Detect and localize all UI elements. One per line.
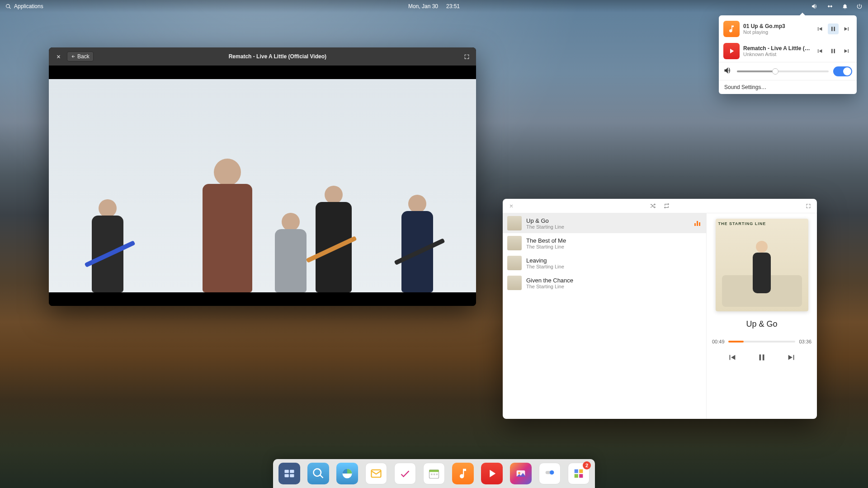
repeat-button[interactable] <box>662 201 672 211</box>
close-button[interactable] <box>506 201 516 211</box>
svg-rect-9 <box>434 474 435 475</box>
next-button[interactable] <box>787 352 797 364</box>
dock-settings[interactable] <box>539 463 561 484</box>
playlist-item[interactable]: The Best of Me The Starting Line <box>503 233 706 253</box>
dock-photos[interactable] <box>510 463 532 484</box>
fullscreen-button[interactable] <box>462 52 472 61</box>
track-thumb <box>507 256 522 270</box>
network-icon[interactable] <box>826 3 834 9</box>
track-artist: The Starting Line <box>526 224 690 230</box>
video-viewport[interactable] <box>49 66 476 306</box>
dock-browser[interactable] <box>336 463 358 484</box>
video-content <box>49 79 476 292</box>
dock-multitasking[interactable] <box>278 463 300 484</box>
next-button[interactable] <box>841 23 852 34</box>
video-player-window: Back Rematch - Live A Little (Official V… <box>49 47 476 306</box>
track-title: Leaving <box>526 257 702 264</box>
dock: 2 <box>273 459 595 488</box>
track-title: Up & Go <box>526 217 690 224</box>
track-title: The Best of Me <box>526 237 702 244</box>
video-app-icon <box>723 43 740 59</box>
album-cover-text: THE STARTING LINE <box>718 221 806 226</box>
pause-button[interactable] <box>828 23 839 34</box>
video-header: Back Rematch - Live A Little (Official V… <box>49 47 476 66</box>
applications-menu[interactable]: Applications <box>14 3 43 9</box>
svg-rect-8 <box>431 474 433 475</box>
panel-date[interactable]: Mon, Jan 30 <box>408 3 438 9</box>
volume-speaker-icon[interactable] <box>723 66 732 76</box>
track-artist: The Starting Line <box>526 244 702 249</box>
volume-slider[interactable] <box>737 70 829 72</box>
track-thumb <box>507 236 522 250</box>
svg-rect-7 <box>429 470 439 472</box>
pause-button[interactable] <box>828 46 839 56</box>
next-button[interactable] <box>841 46 852 56</box>
seek-slider[interactable] <box>728 341 796 343</box>
now-playing-title: Up & Go <box>746 319 777 329</box>
svg-rect-2 <box>285 474 289 477</box>
svg-rect-0 <box>285 470 289 473</box>
svg-rect-18 <box>579 474 583 478</box>
power-icon[interactable] <box>856 3 863 9</box>
dock-badge: 2 <box>583 461 591 469</box>
volume-icon[interactable] <box>811 3 818 10</box>
playlist-item[interactable]: Up & Go The Starting Line <box>503 213 706 233</box>
pause-button[interactable] <box>757 352 767 364</box>
media-subtitle: Unknown Artist <box>743 52 811 57</box>
now-playing-indicator-icon <box>694 221 702 226</box>
dock-calendar[interactable] <box>423 463 445 484</box>
top-panel: Applications Mon, Jan 30 23:51 <box>0 0 868 13</box>
search-icon[interactable] <box>5 4 11 9</box>
svg-rect-1 <box>290 470 294 473</box>
playlist-item[interactable]: Leaving The Starting Line <box>503 253 706 273</box>
dock-music[interactable] <box>452 463 474 484</box>
shuffle-button[interactable] <box>648 201 658 211</box>
back-label: Back <box>77 53 90 60</box>
dock-videos[interactable] <box>481 463 503 484</box>
dock-search[interactable] <box>307 463 329 484</box>
notifications-icon[interactable] <box>842 3 848 9</box>
music-player-window: Up & Go The Starting Line The Best of Me… <box>503 199 817 419</box>
svg-rect-15 <box>575 469 578 473</box>
music-header <box>503 199 817 213</box>
music-app-icon <box>723 21 740 37</box>
dock-mail[interactable] <box>365 463 387 484</box>
album-cover: THE STARTING LINE <box>716 219 808 311</box>
svg-rect-3 <box>290 474 294 477</box>
track-thumb <box>507 276 522 290</box>
svg-rect-10 <box>436 474 438 475</box>
prev-button[interactable] <box>814 46 825 56</box>
back-button[interactable]: Back <box>67 52 94 61</box>
media-subtitle: Not playing <box>743 29 811 35</box>
prev-button[interactable] <box>727 352 737 364</box>
video-title: Rematch - Live A Little (Official Video) <box>97 53 458 60</box>
svg-point-14 <box>550 470 554 474</box>
playlist-item[interactable]: Given the Chance The Starting Line <box>503 273 706 293</box>
track-artist: The Starting Line <box>526 264 702 269</box>
playlist: Up & Go The Starting Line The Best of Me… <box>503 213 706 419</box>
media-row: Rematch - Live A Little (O… Unknown Arti… <box>719 40 857 62</box>
media-title: 01 Up & Go.mp3 <box>743 23 811 29</box>
svg-rect-17 <box>575 474 578 478</box>
close-button[interactable] <box>53 52 63 61</box>
track-thumb <box>507 216 522 230</box>
sound-popover: 01 Up & Go.mp3 Not playing Rematch - Liv… <box>719 15 857 94</box>
elapsed-time: 00:49 <box>712 339 725 344</box>
fullscreen-button[interactable] <box>803 201 813 211</box>
track-artist: The Starting Line <box>526 284 702 289</box>
dock-appcenter[interactable]: 2 <box>568 463 590 484</box>
media-title: Rematch - Live A Little (O… <box>743 45 811 52</box>
prev-button[interactable] <box>814 23 825 34</box>
svg-rect-16 <box>579 469 583 473</box>
now-playing-pane: THE STARTING LINE Up & Go 00:49 03:36 <box>706 213 817 419</box>
sound-settings-link[interactable]: Sound Settings… <box>719 80 857 94</box>
track-title: Given the Chance <box>526 277 702 284</box>
total-time: 03:36 <box>799 339 811 344</box>
panel-time[interactable]: 23:51 <box>446 3 460 9</box>
volume-row <box>719 62 857 80</box>
svg-point-12 <box>518 472 520 474</box>
dock-tasks[interactable] <box>394 463 416 484</box>
output-toggle[interactable] <box>833 66 852 76</box>
media-row: 01 Up & Go.mp3 Not playing <box>719 18 857 40</box>
